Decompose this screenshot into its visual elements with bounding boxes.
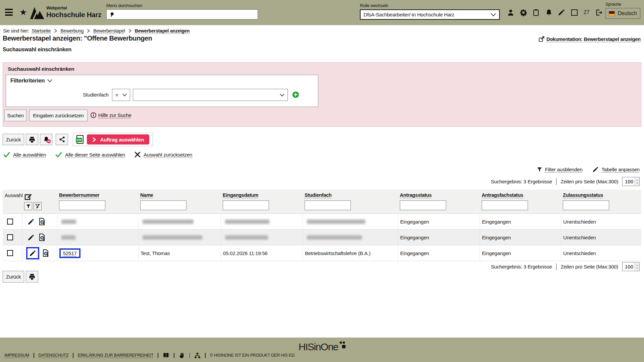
filterkriterien-toggle[interactable]: Filterkriterien: [10, 77, 52, 84]
info-icon: [90, 112, 97, 118]
filter-input-antragsfachstatus[interactable]: [482, 200, 528, 210]
search-help-link[interactable]: Hilfe zur Suche: [90, 112, 131, 118]
bell-icon[interactable]: [545, 8, 553, 16]
row-checkbox[interactable]: [7, 219, 13, 225]
row-checkbox[interactable]: [7, 250, 13, 256]
number-spinner[interactable]: [634, 262, 639, 271]
antragsstatus-cell: Eingegangen: [398, 245, 480, 261]
zulassungsstatus-cell: Unentschieden: [561, 245, 641, 261]
breadcrumb-current[interactable]: Bewerberstapel anzeigen: [135, 28, 190, 34]
sort-antragsstatus[interactable]: Antragsstatus: [400, 192, 432, 198]
impressum-link[interactable]: IMPRESSUM: [4, 353, 29, 358]
favorites-star-icon[interactable]: ★: [19, 7, 27, 17]
studienfach-select[interactable]: [133, 89, 288, 101]
menu-hamburger-icon[interactable]: [5, 9, 13, 17]
filter-input-bewerbernummer[interactable]: [59, 200, 105, 210]
check-icon: [55, 152, 62, 158]
breadcrumb-bewerberstapel[interactable]: Bewerberstapel: [93, 28, 125, 34]
hide-filter-link[interactable]: Filter ausblenden: [537, 167, 583, 172]
edit-pencil-icon[interactable]: [29, 250, 36, 257]
select-order-button[interactable]: Auftrag auswählen: [87, 134, 149, 144]
role-select[interactable]: DfsA-Sachbearbeiter/-in Hochschule Harz: [360, 9, 500, 20]
clipboard-icon[interactable]: [532, 8, 540, 16]
divider: [174, 353, 174, 358]
user-icon[interactable]: [506, 8, 515, 16]
filter-icon: [26, 204, 31, 209]
edit-pencil-icon[interactable]: [557, 8, 566, 16]
sort-name[interactable]: Name: [140, 192, 153, 198]
select-page-link[interactable]: Alle dieser Seite auswählen: [55, 152, 125, 158]
studienfach-cell: Betriebswirtschaftslehre (B.A.): [303, 245, 398, 261]
column-select-icon[interactable]: [24, 192, 33, 201]
language-select[interactable]: Deutsch: [605, 8, 640, 19]
sort-studienfach[interactable]: Studienfach: [305, 192, 332, 198]
bewerbernummer-link[interactable]: 52517: [63, 250, 77, 256]
clear-filter-button[interactable]: [34, 202, 42, 210]
csv-file-icon[interactable]: csv: [76, 135, 84, 144]
document-preview-icon[interactable]: [42, 249, 49, 257]
reset-selection-link[interactable]: Auswahl zurücksetzen: [135, 152, 192, 158]
sort-eingangsdatum[interactable]: Eingangsdatum: [223, 192, 258, 198]
selection-links: Alle auswählen Alle dieser Seite auswähl…: [3, 152, 192, 158]
sitemap-icon[interactable]: [194, 352, 201, 359]
brand-wordmark: Webportal Hochschule Harz: [46, 6, 101, 18]
checkbox-square-icon[interactable]: [570, 8, 578, 16]
table-header: Auswahl Bewerbernummer Name Eingangsdatu…: [3, 190, 641, 214]
filter-input-studienfach[interactable]: [305, 200, 351, 210]
focus-highlight-box: 52517: [59, 248, 80, 258]
sort-antragsfachstatus[interactable]: Antragsfachstatus: [482, 192, 523, 198]
redacted-text: [143, 220, 194, 224]
name-cell: Test, Thomas: [138, 245, 221, 261]
redacted-text: [225, 220, 269, 224]
print-button[interactable]: [26, 134, 38, 145]
select-page-label: Alle dieser Seite auswählen: [65, 152, 125, 158]
customize-table-link[interactable]: Tabelle anpassen: [592, 166, 640, 173]
sort-zulassungsstatus[interactable]: Zulassungsstatus: [563, 192, 603, 198]
add-criterion-button[interactable]: [292, 91, 299, 98]
document-preview-icon[interactable]: [38, 218, 46, 226]
chevron-down-icon: [491, 13, 496, 16]
select-all-link[interactable]: Alle auswählen: [3, 152, 46, 158]
edit-pencil-icon[interactable]: [28, 234, 35, 241]
external-link-icon: [538, 36, 545, 42]
bottom-toolbar: Zurück: [3, 271, 38, 283]
breadcrumb-startseite[interactable]: Startseite: [32, 28, 51, 34]
back-button[interactable]: Zurück: [3, 134, 24, 145]
search-button[interactable]: Suchen: [4, 110, 26, 121]
print-button[interactable]: [26, 271, 38, 283]
search-filter-panel: Suchauswahl einschränken Filterkriterien…: [3, 62, 641, 127]
edit-pencil-icon[interactable]: [28, 218, 35, 225]
notifications-off-button[interactable]: [40, 134, 52, 145]
filter-input-antragsstatus[interactable]: [400, 200, 446, 210]
hide-filter-label: Filter ausblenden: [545, 167, 583, 172]
filter-input-eingangsdatum[interactable]: [223, 200, 269, 210]
hisinone-logo-squares: [342, 345, 345, 348]
datenschutz-link[interactable]: DATENSCHUTZ: [39, 353, 69, 358]
printer-icon: [29, 273, 36, 280]
filter-input-name[interactable]: [140, 200, 186, 210]
share-button[interactable]: [56, 134, 68, 145]
apply-filter-button[interactable]: [24, 202, 32, 210]
row-checkbox[interactable]: [7, 234, 13, 240]
barrierefreiheit-link[interactable]: ERKLÄRUNG ZUR BARRIEREFREIHEIT: [78, 353, 153, 358]
per-page-input[interactable]: [623, 262, 634, 271]
back-button[interactable]: Zurück: [3, 271, 24, 283]
breadcrumb-bewerbung[interactable]: Bewerbung: [60, 28, 84, 34]
logout-icon[interactable]: [595, 8, 603, 16]
per-page-input[interactable]: [623, 177, 634, 186]
filter-input-zulassungsstatus[interactable]: [563, 200, 609, 210]
reset-inputs-button[interactable]: Eingaben zurücksetzen: [29, 110, 88, 121]
page-title: Bewerberstapel anzeigen: "Offene Bewerbu…: [3, 35, 152, 42]
per-page-input-box: [622, 177, 640, 186]
gear-icon[interactable]: [519, 8, 527, 16]
documentation-link[interactable]: Dokumentation: Bewerberstapel anzeigen: [538, 36, 641, 42]
sort-bewerbernummer[interactable]: Bewerbernummer: [59, 192, 100, 198]
hisinone-wordmark: HISinOne: [299, 341, 338, 352]
menu-search-input[interactable]: [106, 9, 258, 19]
per-page-label: Zeilen pro Seite (Max:300): [560, 179, 618, 184]
easy-language-icon[interactable]: [163, 352, 169, 359]
operator-select[interactable]: =: [112, 89, 130, 101]
number-spinner[interactable]: [634, 177, 639, 186]
sign-language-icon[interactable]: [179, 352, 185, 359]
document-preview-icon[interactable]: [38, 233, 46, 241]
